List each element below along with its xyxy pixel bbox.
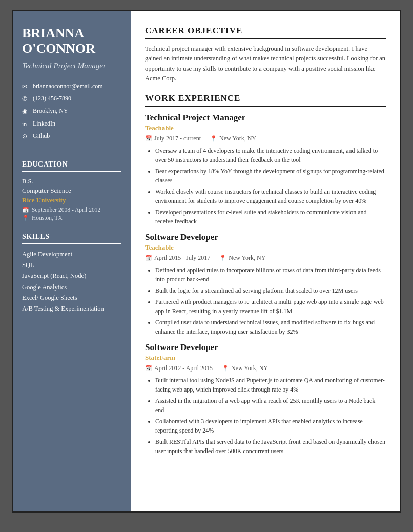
contact-location: ◉ Brooklyn, NY	[22, 107, 121, 115]
job-1: Technical Project Manager Teachable 📅 Ju…	[145, 113, 386, 226]
phone-text: (123) 456-7890	[33, 94, 71, 103]
candidate-title: Technical Project Manager	[22, 60, 121, 71]
job-2-bullet-1: Defined and applied rules to incorporate…	[155, 265, 386, 284]
job-2-bullets: Defined and applied rules to incorporate…	[145, 265, 386, 336]
skill-ab-testing: A/B Testing & Experimentation	[22, 304, 121, 313]
job-1-title: Technical Project Manager	[145, 113, 386, 123]
skill-excel: Excel/ Google Sheets	[22, 294, 121, 302]
contact-phone: ✆ (123) 456-7890	[22, 94, 121, 103]
job-2-bullet-4: Compiled user data to understand technic…	[155, 318, 386, 336]
job-1-bullet-4: Developed presentations for c-level suit…	[155, 208, 386, 226]
edu-location: 📍 Houston, TX	[22, 215, 121, 221]
career-objective-text: Technical project manager with extensive…	[145, 44, 386, 84]
contact-github[interactable]: ⊙ Github	[22, 132, 121, 140]
job-3-bullet-4: Built RESTful APIs that served data to t…	[155, 437, 386, 456]
job-1-dates: 📅 July 2017 - current	[145, 135, 201, 142]
job-1-bullets: Oversaw a team of 4 developers to make t…	[145, 146, 386, 226]
contact-linkedin[interactable]: in LinkedIn	[22, 119, 121, 128]
pin-icon-1: 📍	[210, 135, 217, 142]
job-2-title: Software Developer	[145, 232, 386, 242]
calendar-icon-2: 📅	[145, 255, 152, 261]
job-2-dates-text: April 2015 - July 2017	[154, 254, 210, 262]
job-1-bullet-3: Worked closely with course instructors f…	[155, 187, 386, 206]
job-3-dates-text: April 2012 - April 2015	[154, 364, 213, 372]
resume-container: BRIANNA O'CONNOR Technical Project Manag…	[12, 10, 401, 513]
job-3-bullet-2: Assisted in the migration of a web app w…	[155, 396, 386, 415]
job-3-location: 📍 New York, NY	[222, 364, 268, 372]
skill-agile: Agile Development	[22, 250, 121, 258]
skills-title: SKILLS	[22, 233, 121, 244]
job-2: Software Developer Teachable 📅 April 201…	[145, 232, 386, 336]
job-2-location: 📍 New York, NY	[219, 254, 265, 262]
edu-school: Rice University	[22, 196, 121, 204]
job-1-location-text: New York, NY	[219, 135, 256, 142]
job-3-bullets: Built internal tool using NodeJS and Pup…	[145, 376, 386, 456]
job-2-dates: 📅 April 2015 - July 2017	[145, 254, 210, 262]
contact-email: ✉ briannaoconnor@email.com	[22, 82, 121, 91]
pin-icon-3: 📍	[222, 365, 229, 372]
edu-dates: 📅 September 2008 - April 2012	[22, 207, 121, 213]
job-3-location-text: New York, NY	[231, 364, 268, 372]
main-content: CAREER OBJECTIVE Technical project manag…	[131, 11, 400, 511]
job-3-company: StateFarm	[145, 354, 386, 362]
calendar-icon: 📅	[22, 207, 29, 213]
sidebar: BRIANNA O'CONNOR Technical Project Manag…	[13, 11, 131, 511]
location-icon: ◉	[22, 107, 29, 115]
job-1-company: Teachable	[145, 124, 386, 132]
location-text: Brooklyn, NY	[33, 107, 68, 115]
job-3-bullet-3: Collaborated with 3 developers to implem…	[155, 417, 386, 435]
skills-section: SKILLS Agile Development SQL JavaScript …	[22, 231, 121, 316]
job-2-bullet-3: Partnered with product managers to re-ar…	[155, 297, 386, 316]
job-1-bullet-2: Beat expectations by 18% YoY through the…	[155, 167, 386, 185]
job-2-meta: 📅 April 2015 - July 2017 📍 New York, NY	[145, 254, 386, 262]
job-2-company: Teachable	[145, 243, 386, 252]
calendar-icon-3: 📅	[145, 365, 152, 372]
edu-location-text: Houston, TX	[32, 215, 63, 221]
calendar-icon-1: 📅	[145, 135, 152, 142]
linkedin-text: LinkedIn	[33, 119, 55, 128]
pin-icon-2: 📍	[219, 255, 226, 261]
email-icon: ✉	[22, 83, 29, 91]
candidate-name: BRIANNA O'CONNOR	[22, 26, 121, 56]
career-objective-heading: CAREER OBJECTIVE	[145, 26, 386, 39]
edu-dates-text: September 2008 - April 2012	[32, 207, 100, 213]
education-title: EDUCATION	[22, 160, 121, 172]
education-section: EDUCATION B.S. Computer Science Rice Uni…	[22, 158, 121, 229]
work-experience-heading: WORK EXPERIENCE	[145, 93, 386, 107]
phone-icon: ✆	[22, 95, 29, 103]
map-pin-icon: 📍	[22, 215, 29, 221]
github-text: Github	[33, 132, 50, 140]
job-1-bullet-1: Oversaw a team of 4 developers to make t…	[155, 146, 386, 165]
edu-degree: B.S.	[22, 178, 121, 186]
edu-major: Computer Science	[22, 187, 121, 195]
job-3-title: Software Developer	[145, 342, 386, 353]
job-2-location-text: New York, NY	[229, 254, 265, 262]
job-1-location: 📍 New York, NY	[210, 135, 256, 142]
skill-javascript: JavaScript (React, Node)	[22, 272, 121, 280]
job-3-meta: 📅 April 2012 - April 2015 📍 New York, NY	[145, 364, 386, 372]
skill-google-analytics: Google Analytics	[22, 283, 121, 291]
job-3: Software Developer StateFarm 📅 April 201…	[145, 342, 386, 456]
job-3-bullet-1: Built internal tool using NodeJS and Pup…	[155, 376, 386, 394]
job-1-dates-text: July 2017 - current	[154, 135, 201, 142]
job-1-meta: 📅 July 2017 - current 📍 New York, NY	[145, 135, 386, 142]
contact-section: ✉ briannaoconnor@email.com ✆ (123) 456-7…	[22, 82, 121, 144]
github-icon: ⊙	[22, 132, 29, 140]
skill-sql: SQL	[22, 261, 121, 269]
job-3-dates: 📅 April 2012 - April 2015	[145, 364, 213, 372]
job-2-bullet-2: Built the logic for a streamlined ad-ser…	[155, 286, 386, 295]
linkedin-icon: in	[22, 120, 29, 128]
email-text: briannaoconnor@email.com	[33, 82, 103, 90]
